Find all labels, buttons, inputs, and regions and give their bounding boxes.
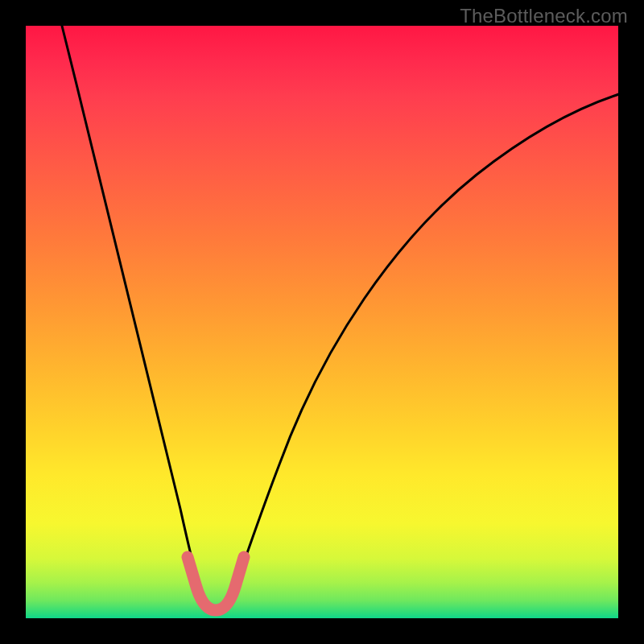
plot-area (26, 26, 618, 618)
watermark-text: TheBottleneck.com (460, 5, 628, 27)
bottleneck-curve (58, 10, 621, 614)
trough-marker (188, 557, 244, 610)
curve-layer (26, 26, 618, 618)
chart-frame: TheBottleneck.com (0, 0, 644, 644)
